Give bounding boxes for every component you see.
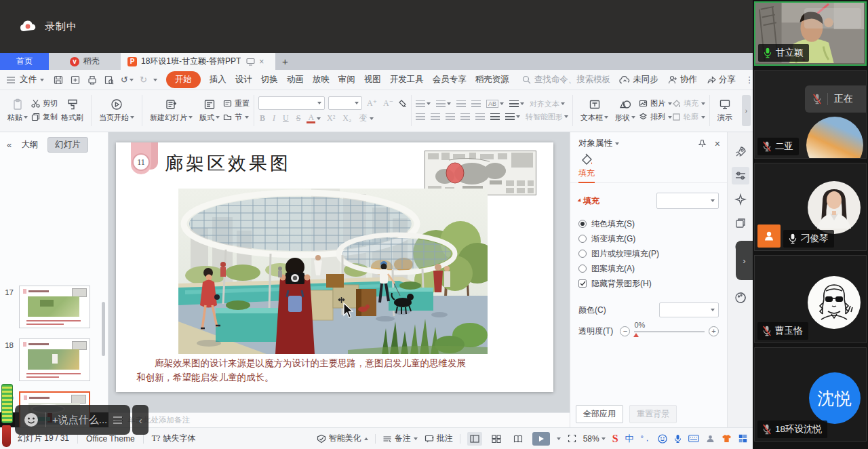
tab-document[interactable]: P 18环设1班-甘立颖-答辩PPT × <box>121 53 275 70</box>
quick-effects-icon[interactable] <box>734 146 747 158</box>
line-spacing-button[interactable] <box>509 100 524 108</box>
align-center-button[interactable] <box>431 113 440 121</box>
shapes-button[interactable]: 形状 <box>612 98 639 123</box>
ime-user-icon[interactable] <box>706 434 715 443</box>
redo-button[interactable]: ↻ <box>140 75 147 85</box>
thumbnails-scrollbar[interactable] <box>102 302 105 356</box>
grow-font-button[interactable]: A⁺ <box>366 98 378 109</box>
new-tab-button[interactable]: + <box>275 53 295 70</box>
menu-tab-design[interactable]: 设计 <box>235 74 252 85</box>
tab-docer[interactable]: v 稻壳 <box>49 53 121 70</box>
emoji-icon[interactable] <box>23 412 39 428</box>
zoom-fit-button[interactable] <box>568 434 576 443</box>
slide-number-badge[interactable]: 11 <box>131 142 151 174</box>
justify-button[interactable] <box>460 113 470 121</box>
close-panel-icon[interactable]: × <box>715 138 720 149</box>
participant-tile[interactable]: 沈悦 18环设沈悦 <box>754 347 867 442</box>
command-search[interactable]: 查找命令、搜索模板 <box>522 74 611 85</box>
outline-button[interactable]: 轮廓 <box>672 112 705 122</box>
slide-canvas[interactable]: 11 廊架区效果图 <box>108 132 570 412</box>
fill-type-dropdown[interactable] <box>656 193 719 209</box>
comment-button[interactable]: 批注 <box>425 433 453 444</box>
text-direction-button[interactable]: AB <box>486 100 504 108</box>
participant-tile[interactable]: 曹玉恪 <box>754 255 867 343</box>
transparency-decrease-button[interactable]: − <box>620 326 630 336</box>
ime-toolbox-icon[interactable] <box>738 434 747 443</box>
participant-tile[interactable]: 正在 二亚 <box>754 70 867 159</box>
print-icon[interactable] <box>87 75 98 85</box>
slide-19[interactable]: 11 廊架区效果图 <box>116 142 553 392</box>
radio-solid-fill[interactable]: 纯色填充(S) <box>578 217 719 231</box>
layout-button[interactable]: 版式 <box>196 98 223 123</box>
menu-tab-transition[interactable]: 切换 <box>261 74 278 85</box>
duplicate-pane-icon[interactable] <box>734 217 747 229</box>
shrink-font-button[interactable]: A⁻ <box>382 98 395 109</box>
preview-icon[interactable] <box>104 75 115 85</box>
apply-all-button[interactable]: 全部应用 <box>576 405 623 423</box>
tab-outline[interactable]: 大纲 <box>21 139 38 151</box>
ime-emoji-icon[interactable] <box>658 434 667 444</box>
slider-marker[interactable] <box>633 333 639 337</box>
increase-indent-button[interactable] <box>471 100 481 108</box>
export-icon[interactable] <box>70 75 81 85</box>
menu-tab-review[interactable]: 审阅 <box>338 74 355 85</box>
align-text-button[interactable]: 对齐文本 <box>530 99 565 109</box>
decrease-indent-button[interactable] <box>456 100 466 108</box>
tab-slides[interactable]: 幻灯片 <box>47 137 88 153</box>
arrange-button[interactable]: 排列 <box>639 112 672 122</box>
menu-tab-animation[interactable]: 动画 <box>287 74 304 85</box>
new-slide-button[interactable]: 新建幻灯片 <box>146 98 196 123</box>
italic-button[interactable]: I <box>271 113 277 123</box>
clear-format-icon[interactable] <box>398 99 407 108</box>
undo-button[interactable]: ↺ <box>121 75 134 85</box>
beautify-pane-icon[interactable] <box>734 193 747 206</box>
radio-gradient-fill[interactable]: 渐变填充(G) <box>578 232 719 246</box>
menu-tab-view[interactable]: 视图 <box>364 74 381 85</box>
participant-tile[interactable]: 刁俊琴 <box>754 163 867 251</box>
menu-tab-start[interactable]: 开始 <box>166 71 201 88</box>
text-box-button[interactable]: 文本框 <box>577 98 612 123</box>
ime-punct-icon[interactable]: °， <box>641 433 651 444</box>
menu-tab-devtools[interactable]: 开发工具 <box>390 74 424 85</box>
share-button[interactable]: 分享 <box>707 74 736 85</box>
fill-tab[interactable]: 填充 <box>578 153 595 183</box>
view-normal-button[interactable] <box>467 432 482 446</box>
transparency-increase-button[interactable]: + <box>709 326 719 336</box>
notes-area[interactable]: 单击此处添加备注 <box>108 412 570 427</box>
slide-title[interactable]: 廊架区效果图 <box>165 151 291 176</box>
theme-name[interactable]: Office Theme <box>86 434 135 444</box>
present-tab-icon[interactable] <box>246 58 255 66</box>
cut-button[interactable]: 剪切 <box>31 98 58 109</box>
danmaku-bar[interactable]: +说点什么... ‹ <box>15 405 149 435</box>
file-menu[interactable]: 文件 <box>5 74 44 85</box>
toolbar-overflow-tab[interactable]: › <box>742 95 751 126</box>
slide-thumbnail-18[interactable] <box>19 338 90 381</box>
picture-button[interactable]: 图片 <box>639 98 672 109</box>
bullet-list-button[interactable] <box>416 100 431 108</box>
collapse-sidebar-button[interactable]: « <box>7 140 12 150</box>
reset-button[interactable]: 重置 <box>223 98 250 109</box>
participant-tile-active[interactable]: 甘立颖 <box>754 1 867 66</box>
slide-thumbnail-17[interactable] <box>19 286 90 328</box>
distribute-button[interactable] <box>475 113 485 121</box>
font-size-select[interactable] <box>328 96 362 110</box>
pin-icon[interactable] <box>698 139 707 148</box>
slideshow-play-button[interactable] <box>532 432 550 446</box>
fill-button[interactable]: 填充 <box>672 98 705 109</box>
slide-illustration[interactable] <box>178 189 488 354</box>
strike-button[interactable]: S <box>295 113 302 123</box>
ime-mic-icon[interactable] <box>674 434 682 444</box>
menu-tab-slideshow[interactable]: 放映 <box>313 74 330 85</box>
menu-tab-member[interactable]: 会员专享 <box>433 74 467 85</box>
column-button[interactable] <box>490 113 500 121</box>
collaborate-button[interactable]: 协作 <box>668 74 697 85</box>
format-painter-button[interactable]: 格式刷 <box>58 98 87 123</box>
bold-button[interactable]: B <box>258 113 267 123</box>
ime-lang-icon[interactable]: 中 <box>625 433 634 445</box>
align-right-button[interactable] <box>446 113 455 121</box>
checkbox-hide-background[interactable]: 隐藏背景图形(H) <box>578 277 719 290</box>
danmaku-menu-icon[interactable] <box>113 416 122 424</box>
ime-skin-icon[interactable] <box>722 434 732 443</box>
to-smartart-button[interactable]: 转智能图形 <box>526 112 568 122</box>
radio-picture-fill[interactable]: 图片或纹理填充(P) <box>578 247 719 260</box>
